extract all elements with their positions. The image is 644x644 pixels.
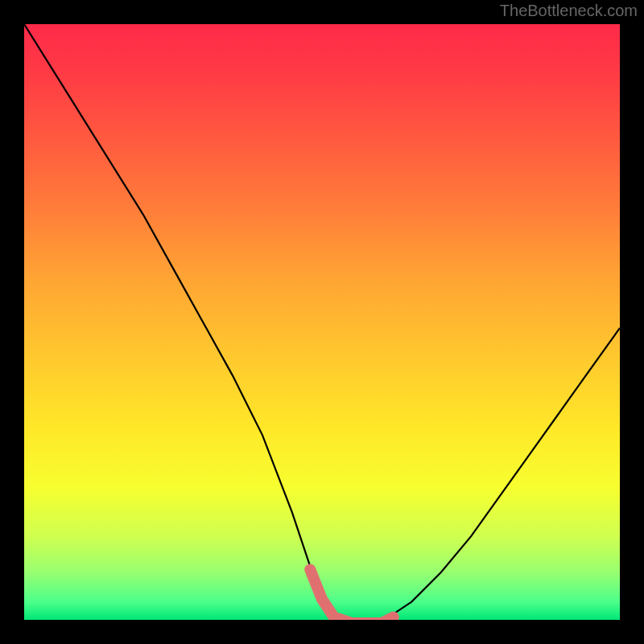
line-overlay xyxy=(24,24,620,620)
optimal-zone-marker xyxy=(310,569,394,620)
chart-frame: TheBottleneck.com xyxy=(0,0,644,644)
watermark-text: TheBottleneck.com xyxy=(500,2,638,20)
plot-area xyxy=(24,24,620,620)
bottleneck-curve-line xyxy=(24,24,620,620)
